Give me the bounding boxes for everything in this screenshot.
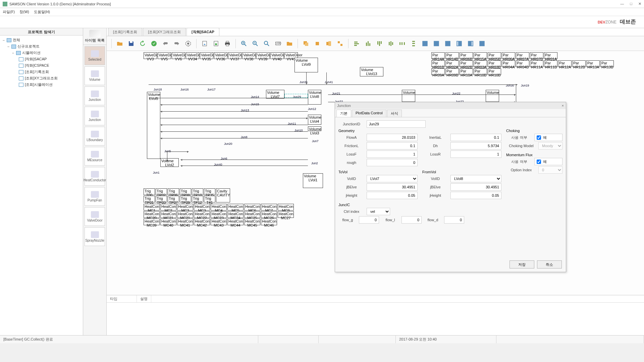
canvas-block[interactable]: ParHR10A bbox=[460, 68, 473, 75]
tb-distribute-h[interactable] bbox=[397, 39, 407, 48]
canvas-block[interactable]: TrigT41 bbox=[204, 196, 215, 202]
canvas-block[interactable]: VolumeLVol1 bbox=[303, 173, 323, 188]
tb-align-left[interactable] bbox=[352, 39, 361, 48]
tb-export2[interactable] bbox=[211, 39, 221, 48]
canvas-block[interactable]: ValveDoorVV5 bbox=[158, 52, 171, 59]
canvas-block[interactable]: ParHR13A bbox=[586, 60, 600, 67]
palette-heatconductor[interactable]: HeatConductor bbox=[85, 167, 105, 186]
canvas-block[interactable]: VolumeLVol5 bbox=[147, 92, 160, 159]
tb-cut[interactable] bbox=[313, 39, 322, 48]
canvas-block[interactable]: Volume bbox=[486, 90, 499, 102]
canvas-block[interactable]: TrigTP02 bbox=[156, 188, 167, 195]
tree-project[interactable]: −신규프로젝트 bbox=[2, 43, 81, 50]
tb-settings[interactable] bbox=[183, 39, 193, 48]
canvas-block[interactable]: ParHR10B bbox=[474, 68, 487, 75]
canvas-block[interactable]: HeatConMC41 bbox=[177, 219, 193, 225]
canvas-block[interactable]: TrigTP01 bbox=[144, 196, 155, 202]
menu-window[interactable]: 창(W) bbox=[19, 9, 29, 14]
property-panel-close[interactable]: × bbox=[562, 104, 564, 108]
canvas-block[interactable]: ParHR09A bbox=[431, 68, 445, 75]
field-flowl[interactable] bbox=[401, 216, 422, 224]
canvas-block[interactable]: HeatConMC45 bbox=[244, 219, 260, 225]
tb-pane3[interactable] bbox=[443, 39, 452, 48]
canvas-block[interactable]: HeatConMC23 bbox=[211, 211, 227, 218]
tb-redo[interactable] bbox=[172, 39, 181, 48]
tb-refresh[interactable] bbox=[138, 39, 147, 48]
canvas-block[interactable]: ParHR03A bbox=[474, 60, 487, 67]
canvas-block[interactable]: ValveDoorVV38 bbox=[242, 52, 256, 59]
menu-file[interactable]: 파일(F) bbox=[3, 9, 15, 14]
palette-pumpfan[interactable]: PumpFan bbox=[85, 187, 105, 206]
field-fromvol-jbelve[interactable] bbox=[450, 183, 501, 191]
canvas-block[interactable]: HeatConMC46 bbox=[261, 219, 277, 225]
canvas-block[interactable]: ParHR03B bbox=[488, 60, 501, 67]
minimize-button[interactable]: — bbox=[620, 2, 624, 6]
save-button[interactable]: 저장 bbox=[509, 260, 534, 268]
canvas-block[interactable]: TrigTP09 bbox=[180, 196, 191, 202]
tb-zoom-100[interactable]: 100 bbox=[273, 39, 283, 48]
prop-tab-plotdata[interactable]: PlotData Control bbox=[352, 110, 386, 117]
canvas-block[interactable]: ParHR06B bbox=[460, 52, 473, 59]
field-tovol-jheight[interactable] bbox=[367, 192, 418, 199]
canvas-block[interactable]: ParHR10B bbox=[488, 68, 501, 75]
canvas-block[interactable]: ParHR12A bbox=[558, 60, 572, 67]
field-flowd[interactable] bbox=[444, 216, 464, 224]
tb-zoom-fit[interactable] bbox=[262, 39, 271, 48]
field-flowa[interactable] bbox=[367, 134, 418, 141]
canvas-block[interactable]: ValveDoorVV3 bbox=[144, 52, 157, 59]
tree-item-sacap[interactable]: [작화]SACAP bbox=[2, 56, 81, 62]
canvas-block[interactable]: ParHR11B bbox=[544, 60, 557, 67]
canvas-block[interactable]: VolumeLVol9 bbox=[294, 58, 318, 72]
tb-pane6[interactable] bbox=[477, 39, 487, 48]
canvas-block[interactable]: HeatConMC25 bbox=[244, 211, 260, 218]
canvas-block[interactable]: ParHR15A bbox=[474, 52, 487, 59]
canvas-block[interactable]: ParHR04A bbox=[502, 60, 515, 67]
tb-pane5[interactable] bbox=[466, 39, 475, 48]
palette-lboundary[interactable]: LBoundary bbox=[85, 127, 105, 145]
tb-align-center[interactable] bbox=[386, 39, 395, 48]
field-lossr[interactable] bbox=[450, 150, 501, 158]
palette-spraynozzle[interactable]: SprayNozzle bbox=[85, 227, 105, 246]
palette-valvedoor[interactable]: ValveDoor bbox=[85, 207, 105, 226]
field-choking-model[interactable]: Moody bbox=[538, 142, 562, 149]
field-fromvol-jheight[interactable] bbox=[450, 192, 501, 199]
canvas-block[interactable]: HeatConMC40 bbox=[160, 219, 176, 225]
palette-volume[interactable]: Volume bbox=[85, 66, 105, 85]
tb-pane4[interactable] bbox=[454, 39, 464, 48]
canvas-block[interactable]: TrigTP12 bbox=[192, 196, 203, 202]
canvas-block[interactable]: HeatConMC20 bbox=[144, 211, 160, 218]
canvas-block[interactable]: CavityCAVITY bbox=[216, 188, 230, 202]
tab-record[interactable]: [조회]기록조회 bbox=[108, 28, 142, 36]
tb-align-bottom[interactable] bbox=[363, 39, 373, 48]
field-junctionid[interactable] bbox=[367, 120, 426, 128]
tb-print[interactable] bbox=[223, 39, 232, 48]
canvas-block[interactable]: TrigTP35 bbox=[204, 188, 215, 195]
palette-selected[interactable]: Selected bbox=[85, 46, 105, 65]
canvas-block[interactable]: HeatConMC27 bbox=[278, 211, 294, 218]
tree-item-cspace[interactable]: [작화]CSPACE bbox=[2, 62, 81, 69]
canvas-block[interactable]: HeatConMC1 bbox=[144, 204, 160, 210]
canvas-block[interactable]: ParHR14A bbox=[431, 52, 445, 59]
field-fromvol-volid[interactable]: LVol8 bbox=[450, 175, 501, 182]
tb-paste[interactable] bbox=[324, 39, 333, 48]
canvas-block[interactable]: TrigTP03 bbox=[156, 196, 167, 202]
tree-root[interactable]: −전체 bbox=[2, 37, 81, 43]
canvas-block[interactable]: HeatConMC42 bbox=[194, 219, 210, 225]
canvas-block[interactable]: ValveDoorVV36 bbox=[214, 52, 227, 59]
canvas-block[interactable]: ParHR02B bbox=[460, 60, 473, 67]
canvas-block[interactable]: HeatConMC24 bbox=[227, 211, 244, 218]
canvas-block[interactable]: TrigT00 bbox=[144, 188, 155, 195]
prop-tab-format[interactable]: 서식 bbox=[387, 110, 402, 117]
field-rough[interactable] bbox=[367, 159, 418, 166]
canvas-block[interactable]: HeatConMC3 bbox=[194, 204, 210, 210]
tree-item-sim[interactable]: [조회]시뮬레이션 bbox=[2, 81, 81, 88]
canvas-block[interactable]: HeatConMC21 bbox=[177, 211, 193, 218]
canvas-block[interactable]: ValveDoorVV37 bbox=[228, 52, 241, 59]
canvas-block[interactable]: HeatConMC39 bbox=[144, 219, 160, 225]
canvas-block[interactable]: ParHR12B bbox=[572, 60, 586, 67]
tb-copy[interactable] bbox=[301, 39, 311, 48]
canvas-block[interactable]: Volume bbox=[402, 90, 415, 102]
field-friction[interactable] bbox=[367, 142, 418, 149]
canvas-block[interactable]: ParHR14B bbox=[445, 52, 459, 59]
tree-item-xygraph[interactable]: [조회]XY그래프조회 bbox=[2, 75, 81, 81]
